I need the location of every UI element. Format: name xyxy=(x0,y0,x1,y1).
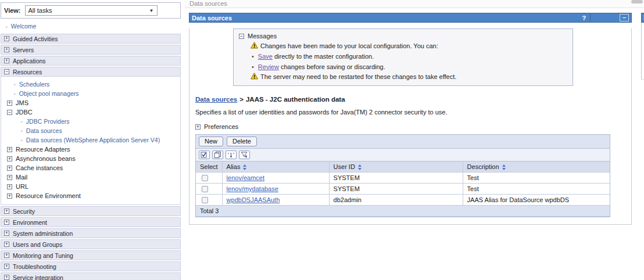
sidebar-item-object-pool-managers[interactable]: Object pool managers xyxy=(1,89,180,98)
section-label: Resource Environment xyxy=(16,192,81,199)
save-link[interactable]: Save xyxy=(258,53,273,60)
sidebar-item-welcome[interactable]: Welcome xyxy=(0,21,181,33)
expand-plus-icon[interactable] xyxy=(7,184,12,189)
sidebar-item-data-sources[interactable]: Data sources xyxy=(1,126,180,135)
sidebar-section-resource-adapters[interactable]: Resource Adapters xyxy=(1,145,180,154)
sidebar-section-resources[interactable]: Resources xyxy=(1,67,181,77)
sidebar-section-environment[interactable]: Environment xyxy=(1,217,181,227)
expand-plus-icon[interactable] xyxy=(4,253,9,258)
row-select-cell xyxy=(196,173,222,184)
sidebar-section-mail[interactable]: Mail xyxy=(1,173,180,182)
help-panel-clipped: H xyxy=(641,13,644,80)
row-alias-cell: wpdbDSJAASAuth xyxy=(222,195,329,206)
expand-plus-icon[interactable] xyxy=(7,175,12,180)
warning-message-2: The server may need to be restarted for … xyxy=(251,73,567,80)
sidebar-section-servers[interactable]: Servers xyxy=(1,45,181,55)
select-all-icon[interactable] xyxy=(199,150,210,159)
expand-plus-icon[interactable] xyxy=(4,220,9,225)
section-label: Resources xyxy=(13,69,42,76)
row-checkbox[interactable] xyxy=(202,175,208,181)
jdbc-providers-link[interactable]: JDBC Providers xyxy=(26,118,70,125)
header-alias[interactable]: Alias xyxy=(222,161,329,173)
section-label: Asynchronous beans xyxy=(16,155,76,162)
sidebar-section-resource-environment[interactable]: Resource Environment xyxy=(1,191,180,200)
expand-plus-icon[interactable] xyxy=(7,166,12,171)
expand-plus-icon[interactable] xyxy=(4,209,9,214)
sidebar-section-monitoring-and-tuning[interactable]: Monitoring and Tuning xyxy=(1,250,181,260)
save-message-suffix: directly to the master configuration. xyxy=(273,53,374,60)
sort-arrows-icon[interactable] xyxy=(502,164,506,170)
sidebar-item-schedulers[interactable]: Schedulers xyxy=(1,80,180,89)
collapse-minus-icon[interactable] xyxy=(4,69,9,74)
table-total-row: Total 3 xyxy=(196,206,610,217)
object-pool-managers-link[interactable]: Object pool managers xyxy=(19,90,79,97)
expand-plus-icon[interactable] xyxy=(4,264,9,269)
view-label: View: xyxy=(4,7,21,14)
section-label: Guided Activities xyxy=(13,35,58,42)
preferences-toggle[interactable]: Preferences xyxy=(195,123,631,130)
sidebar-section-asynchronous-beans[interactable]: Asynchronous beans xyxy=(1,154,180,163)
collapse-minus-icon[interactable] xyxy=(7,110,12,115)
expand-plus-icon[interactable] xyxy=(4,231,9,236)
data-sources-link[interactable]: Data sources xyxy=(26,127,62,134)
sidebar-item-data-sources-v4[interactable]: Data sources (WebSphere Application Serv… xyxy=(1,135,180,145)
new-button[interactable]: New xyxy=(199,137,223,146)
expand-plus-icon[interactable] xyxy=(4,36,9,41)
section-label: Troubleshooting xyxy=(13,263,56,270)
expand-plus-icon[interactable] xyxy=(4,47,9,52)
expand-plus-icon[interactable] xyxy=(4,242,9,247)
sidebar-section-cache-instances[interactable]: Cache instances xyxy=(1,163,180,173)
data-sources-v4-link[interactable]: Data sources (WebSphere Application Serv… xyxy=(26,137,160,143)
sort-arrows-icon[interactable] xyxy=(243,164,246,170)
breadcrumb-data-sources-link[interactable]: Data sources xyxy=(195,96,237,103)
sidebar-section-jdbc[interactable]: JDBC xyxy=(1,107,180,117)
schedulers-link[interactable]: Schedulers xyxy=(19,81,50,88)
navigation-sidebar: View: All tasks ▼ Welcome Guided Activit… xyxy=(0,1,181,280)
panel-body: Messages Changes have been made to your … xyxy=(189,28,632,225)
sidebar-section-applications[interactable]: Applications xyxy=(1,56,181,66)
sidebar-item-jdbc-providers[interactable]: JDBC Providers xyxy=(1,117,180,126)
bullet-icon xyxy=(252,53,254,60)
view-select[interactable]: All tasks ▼ xyxy=(25,5,158,16)
auth-data-table: Select Alias User ID Description lenov/e… xyxy=(196,161,610,217)
sidebar-section-users-and-groups[interactable]: Users and Groups xyxy=(1,239,181,249)
expand-plus-icon[interactable] xyxy=(7,156,12,161)
expand-plus-icon[interactable] xyxy=(7,147,12,152)
expand-plus-icon[interactable] xyxy=(4,275,9,280)
section-label: JMS xyxy=(16,99,28,106)
alias-link[interactable]: lenov/eamcet xyxy=(227,174,264,181)
alias-link[interactable]: lenov/mydatabase xyxy=(227,185,278,192)
header-user-id[interactable]: User ID xyxy=(329,161,463,173)
help-icon[interactable]: ? xyxy=(579,15,589,21)
row-checkbox[interactable] xyxy=(202,186,208,192)
sidebar-section-security[interactable]: Security xyxy=(1,206,181,216)
messages-header[interactable]: Messages xyxy=(239,33,567,40)
expand-plus-icon[interactable] xyxy=(195,124,201,130)
clear-filter-icon[interactable] xyxy=(239,150,250,159)
delete-button[interactable]: Delete xyxy=(227,137,257,146)
expand-plus-icon[interactable] xyxy=(7,100,12,106)
section-label: Servers xyxy=(13,46,34,53)
expand-plus-icon[interactable] xyxy=(4,58,9,63)
deselect-all-icon[interactable] xyxy=(212,150,223,159)
sidebar-section-guided-activities[interactable]: Guided Activities xyxy=(1,34,181,44)
show-filter-icon[interactable] xyxy=(226,150,237,159)
row-checkbox[interactable] xyxy=(202,197,208,203)
review-message-item: Review changes before saving or discardi… xyxy=(252,63,567,70)
sidebar-section-service-integration[interactable]: Service integration xyxy=(1,272,181,280)
sort-arrows-icon[interactable] xyxy=(358,164,362,170)
scrollbar-thumb[interactable] xyxy=(631,0,643,3)
review-link[interactable]: Review xyxy=(258,63,279,70)
section-label: Applications xyxy=(13,58,46,64)
sidebar-section-system-administration[interactable]: System administration xyxy=(1,228,181,238)
collapse-minus-icon[interactable] xyxy=(239,34,244,39)
bullet-icon xyxy=(21,117,23,125)
header-description[interactable]: Description xyxy=(463,161,610,173)
sidebar-section-troubleshooting[interactable]: Troubleshooting xyxy=(1,261,181,271)
sidebar-section-url[interactable]: URL xyxy=(1,182,180,191)
alias-link[interactable]: wpdbDSJAASAuth xyxy=(227,196,280,203)
welcome-link[interactable]: Welcome xyxy=(11,23,37,30)
sidebar-section-jms[interactable]: JMS xyxy=(1,98,180,107)
expand-plus-icon[interactable] xyxy=(7,193,12,199)
minimize-icon[interactable]: – xyxy=(620,14,629,21)
